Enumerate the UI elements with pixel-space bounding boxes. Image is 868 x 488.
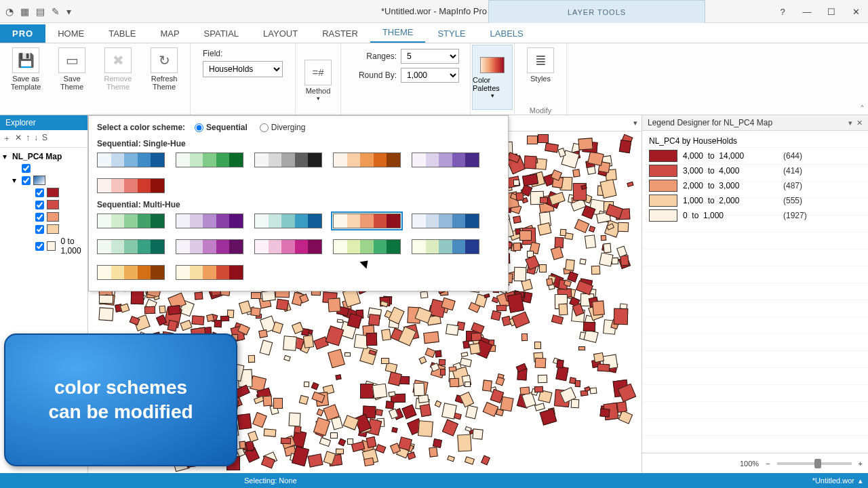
popup-prompt: Select a color scheme: <box>97 123 185 132</box>
save-as-template-button[interactable]: 💾Save as Template <box>5 46 46 91</box>
qat: ◔ ▦ ▤ ✎ ▾ <box>0 6 77 17</box>
tab-table[interactable]: TABLE <box>96 24 148 43</box>
legend-row[interactable]: 3,000 to 4,000 (414) <box>649 165 861 177</box>
search-icon[interactable]: S <box>42 133 47 144</box>
tab-spatial[interactable]: SPATIAL <box>192 24 252 43</box>
legend-row[interactable]: 4,000 to 14,000 (644) <box>649 150 861 162</box>
color-scheme-swatch[interactable] <box>254 152 322 167</box>
legend-swatch <box>649 209 677 222</box>
color-scheme-swatch[interactable] <box>333 152 401 167</box>
color-scheme-swatch[interactable] <box>333 239 401 254</box>
layer-visibility-checkbox[interactable] <box>22 164 31 173</box>
tab-map[interactable]: MAP <box>148 24 191 43</box>
close-icon[interactable]: ✕ <box>844 0 868 23</box>
color-scheme-swatch[interactable] <box>97 265 165 280</box>
color-scheme-swatch[interactable] <box>97 214 165 228</box>
tree-class-node[interactable] <box>3 223 85 235</box>
color-scheme-swatch[interactable] <box>97 178 165 193</box>
tab-labels[interactable]: LABELS <box>478 24 536 43</box>
tree-class-node[interactable] <box>3 211 85 223</box>
color-scheme-swatch[interactable] <box>176 265 243 280</box>
tab-raster[interactable]: RASTER <box>310 24 370 43</box>
tab-pro[interactable]: PRO <box>0 24 45 43</box>
window-title: *Untitled.wor - MapInfo Pro <box>381 6 487 16</box>
ranges-label: Ranges: <box>352 52 397 61</box>
tree-map-node[interactable]: ▾NL_PC4 Map <box>3 150 85 163</box>
tree-layer-node[interactable] <box>3 163 85 174</box>
legend-row[interactable]: 1,000 to 2,000 (555) <box>649 195 861 207</box>
palette-preview-icon <box>480 57 505 73</box>
legend-row[interactable]: 0 to 1,000 (1927) <box>649 209 861 222</box>
zoom-level: 100% <box>740 460 759 468</box>
up-icon[interactable]: ↑ <box>26 133 30 144</box>
map-dropdown-icon[interactable]: ▾ <box>633 119 637 127</box>
legend-close-icon[interactable]: ✕ <box>856 119 863 127</box>
refresh-theme-button[interactable]: ↻Refresh Theme <box>144 46 184 91</box>
legend-menu-icon[interactable]: ▾ <box>848 119 852 127</box>
color-scheme-swatch[interactable] <box>176 152 243 167</box>
layer-visibility-checkbox[interactable] <box>22 176 31 185</box>
radio-sequential[interactable]: Sequential <box>195 123 248 132</box>
tree-class-node[interactable]: 0 to 1,000 <box>3 235 85 257</box>
roundby-select[interactable]: 1,000 <box>401 68 459 83</box>
qat-icon[interactable]: ▤ <box>36 6 45 17</box>
remove-icon[interactable]: ✕ <box>15 133 22 144</box>
zoom-out-icon[interactable]: − <box>766 460 770 468</box>
status-selecting: Selecting: None <box>244 476 297 485</box>
ribbon: 💾Save as Template ▭Save Theme ✖Remove Th… <box>0 43 868 115</box>
color-scheme-swatch[interactable] <box>97 152 165 167</box>
ribbon-tabs: PRO HOME TABLE MAP SPATIAL LAYOUT RASTER… <box>0 23 868 43</box>
zoom-slider[interactable] <box>777 462 852 465</box>
explorer-toolbar: ＋ ✕ ↑ ↓ S <box>0 130 87 148</box>
section-multi-hue: Sequential: Multi-Hue <box>97 200 500 209</box>
tree-class-node[interactable] <box>3 186 85 199</box>
color-scheme-swatch[interactable] <box>254 214 322 228</box>
color-scheme-swatch[interactable] <box>254 239 322 254</box>
tab-home[interactable]: HOME <box>45 24 96 43</box>
legend-panel: Legend Designer for NL_PC4 Map ▾✕ NL_PC4… <box>642 115 868 473</box>
color-scheme-popup: Select a color scheme: Sequential Diverg… <box>88 115 509 291</box>
qat-icon[interactable]: ▦ <box>20 6 29 17</box>
legend-row[interactable]: 2,000 to 3,000 (487) <box>649 180 861 192</box>
status-menu-icon[interactable]: ▴ <box>859 476 863 485</box>
legend-swatch <box>649 195 677 207</box>
color-scheme-swatch[interactable] <box>176 214 243 228</box>
qat-more[interactable]: ▾ <box>66 6 71 17</box>
explorer-title: Explorer <box>0 115 87 130</box>
legend-swatch <box>649 150 677 162</box>
minimize-icon[interactable]: — <box>795 0 819 23</box>
styles-button[interactable]: ≣Styles <box>520 46 561 83</box>
tab-style[interactable]: STYLE <box>425 24 477 43</box>
tree-class-node[interactable] <box>3 199 85 211</box>
radio-diverging[interactable]: Diverging <box>260 123 306 132</box>
legend-subtitle: NL_PC4 by HouseHolds <box>649 136 861 146</box>
save-theme-button[interactable]: ▭Save Theme <box>52 46 92 91</box>
tutorial-callout: color schemescan be modified <box>4 333 237 466</box>
tab-layout[interactable]: LAYOUT <box>251 24 310 43</box>
tab-theme[interactable]: THEME <box>370 23 426 43</box>
maximize-icon[interactable]: ☐ <box>819 0 844 23</box>
legend-swatch <box>649 165 677 177</box>
roundby-label: Round By: <box>352 70 397 80</box>
statusbar: Selecting: None *Untitled.wor▴ <box>0 473 868 488</box>
contextual-tab-header: LAYER TOOLS <box>488 0 705 23</box>
color-palettes-button[interactable]: Color Palettes ▾ <box>472 45 513 110</box>
add-icon[interactable]: ＋ <box>3 133 11 144</box>
color-scheme-swatch[interactable] <box>412 239 479 254</box>
qat-icon[interactable]: ✎ <box>52 6 60 17</box>
help-icon[interactable]: ? <box>770 0 795 23</box>
color-scheme-swatch[interactable] <box>97 239 165 254</box>
tree-theme-node[interactable]: ▾ <box>3 174 85 186</box>
field-select[interactable]: HouseHolds <box>203 61 283 77</box>
color-scheme-swatch[interactable] <box>412 152 479 167</box>
down-icon[interactable]: ↓ <box>34 133 38 144</box>
zoom-in-icon[interactable]: + <box>859 460 863 468</box>
method-button[interactable]: =# Method ▾ <box>301 58 335 102</box>
remove-theme-button: ✖Remove Theme <box>98 46 138 91</box>
color-scheme-swatch[interactable] <box>412 214 479 228</box>
collapse-ribbon-icon[interactable]: ˄ <box>861 104 864 112</box>
ranges-select[interactable]: 5 <box>401 49 459 64</box>
status-doc: *Untitled.wor <box>812 476 854 485</box>
color-scheme-swatch[interactable] <box>333 214 401 228</box>
color-scheme-swatch[interactable] <box>176 239 243 254</box>
